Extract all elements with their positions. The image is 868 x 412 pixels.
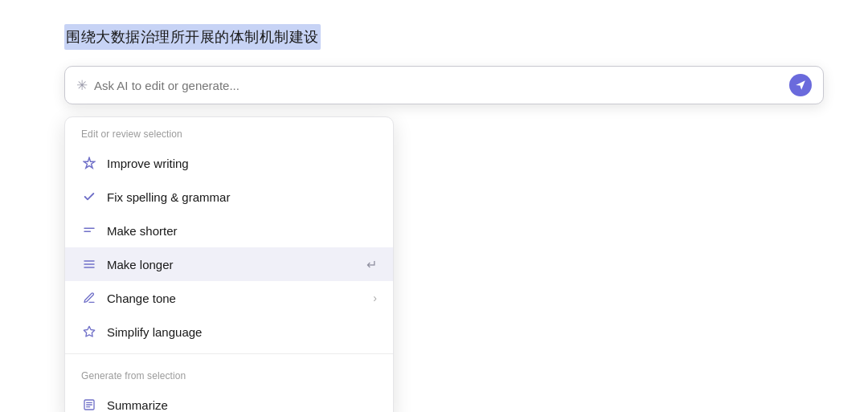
selected-text-area: 围绕大数据治理所开展的体制机制建设 bbox=[64, 24, 804, 50]
selected-text: 围绕大数据治理所开展的体制机制建设 bbox=[64, 24, 321, 50]
edit-section-label: Edit or review selection bbox=[65, 117, 393, 146]
svg-marker-5 bbox=[84, 326, 94, 337]
menu-item-summarize[interactable]: Summarize bbox=[65, 388, 393, 412]
sparkle-icon bbox=[81, 155, 97, 171]
menu-divider bbox=[65, 353, 393, 354]
lines-plus-icon bbox=[81, 256, 97, 272]
send-button[interactable] bbox=[789, 74, 812, 96]
sparkle-icon: ✳ bbox=[76, 77, 88, 94]
make-shorter-label: Make shorter bbox=[107, 224, 377, 238]
menu-item-change-tone[interactable]: Change tone › bbox=[65, 281, 393, 315]
lines-icon bbox=[81, 222, 97, 239]
ai-input-bar[interactable]: ✳ bbox=[64, 66, 824, 104]
tone-icon bbox=[81, 290, 97, 306]
fix-spelling-label: Fix spelling & grammar bbox=[107, 190, 377, 204]
improve-writing-label: Improve writing bbox=[107, 157, 377, 170]
ai-input[interactable] bbox=[94, 79, 783, 92]
simplify-icon bbox=[81, 324, 97, 340]
menu-item-simplify-language[interactable]: Simplify language bbox=[65, 315, 393, 349]
simplify-language-label: Simplify language bbox=[107, 325, 377, 339]
summarize-label: Summarize bbox=[107, 398, 377, 412]
ai-dropdown-menu: Edit or review selection Improve writing… bbox=[64, 116, 394, 412]
make-longer-label: Make longer bbox=[107, 258, 357, 271]
enter-icon: ↵ bbox=[366, 257, 377, 272]
generate-section-label: Generate from selection bbox=[65, 359, 393, 388]
check-icon bbox=[81, 189, 97, 205]
menu-item-make-shorter[interactable]: Make shorter bbox=[65, 214, 393, 247]
menu-item-make-longer[interactable]: Make longer ↵ bbox=[65, 247, 393, 281]
chevron-right-icon: › bbox=[373, 292, 377, 304]
summarize-icon bbox=[81, 397, 97, 412]
change-tone-label: Change tone bbox=[107, 292, 363, 305]
menu-item-fix-spelling[interactable]: Fix spelling & grammar bbox=[65, 180, 393, 214]
menu-item-improve-writing[interactable]: Improve writing bbox=[65, 146, 393, 180]
